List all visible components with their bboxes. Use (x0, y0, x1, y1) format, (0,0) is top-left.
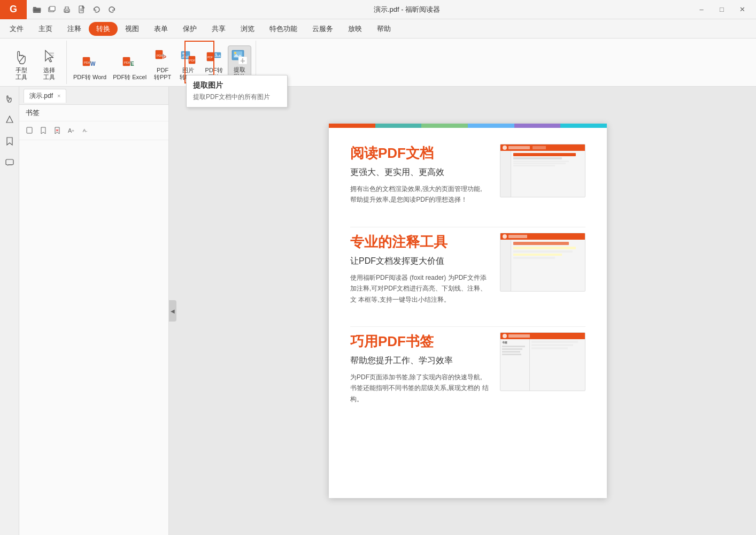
redo-btn[interactable] (106, 4, 118, 16)
svg-marker-37 (6, 116, 13, 123)
new-doc-btn[interactable] (76, 4, 88, 16)
menu-form[interactable]: 表单 (146, 21, 175, 37)
bookmark-remove-btn[interactable] (51, 125, 63, 136)
menu-annotate[interactable]: 注释 (60, 21, 89, 37)
menu-help[interactable]: 帮助 (369, 21, 398, 37)
section-bookmark-body: 为PDF页面添加书签,除了实现内容的快速导航, 书签还能指明不同书签的层级关系,… (350, 372, 489, 404)
menu-cloud[interactable]: 云服务 (305, 21, 341, 37)
section-annotate-subtitle: 让PDF文档发挥更大价值 (350, 256, 489, 267)
pdf-section-annotate: 专业的注释工具 让PDF文档发挥更大价值 使用福昕PDF阅读器 (foxit r… (350, 233, 585, 305)
sidebar-bookmark-icon[interactable] (2, 134, 17, 149)
sidebar-annotation-icon[interactable] (2, 112, 17, 127)
extract-image-icon (231, 48, 248, 65)
open-folder-btn[interactable] (31, 4, 43, 16)
print-btn[interactable] (61, 4, 73, 16)
app-logo: G (0, 0, 27, 19)
menu-special[interactable]: 特色功能 (262, 21, 305, 37)
svg-rect-38 (6, 159, 13, 165)
bookmark-empty-btn[interactable] (24, 125, 35, 136)
bookmarks-label: 书签 (26, 109, 40, 117)
ribbon-group-tools: 手型工具 选择工具 (4, 41, 67, 84)
window-controls: – □ ✕ (692, 2, 756, 17)
menu-browse[interactable]: 浏览 (233, 21, 262, 37)
color-bar-3 (421, 124, 468, 128)
bookmark-add-btn[interactable] (37, 125, 49, 136)
mini-screenshot-2 (500, 233, 585, 292)
close-btn[interactable]: ✕ (732, 2, 752, 17)
svg-rect-4 (65, 11, 68, 12)
menu-bar: 文件 主页 注释 转换 视图 表单 保护 共享 浏览 特色功能 云服务 放映 帮… (0, 19, 756, 39)
pdf-section-bookmark: 巧用PDF书签 帮助您提升工作、学习效率 为PDF页面添加书签,除了实现内容的快… (350, 332, 585, 404)
svg-rect-39 (27, 127, 32, 133)
img-to-pdf-icon: PDF (180, 49, 197, 66)
title-bar-tools (27, 4, 122, 16)
collapse-handle[interactable]: ◀ (169, 300, 176, 322)
undo-btn[interactable] (91, 4, 103, 16)
panel-section-bookmarks: 书签 (19, 105, 168, 121)
menu-home[interactable]: 主页 (31, 21, 60, 37)
mini-screenshot-3: 书签 (500, 332, 585, 391)
mini-screenshot-1 (500, 144, 585, 197)
svg-text:PDF: PDF (124, 61, 130, 64)
tooltip-popup: 提取图片 提取PDF文档中的所有图片 (186, 75, 288, 108)
pdf-to-excel-btn[interactable]: PDF E PDF转 Excel (111, 54, 149, 84)
file-tab-bar: 演示.pdf × (19, 87, 168, 105)
svg-text:PDF: PDF (207, 56, 213, 59)
svg-text:PDF: PDF (84, 61, 90, 64)
svg-rect-8 (49, 52, 54, 55)
window-title: 演示.pdf - 福昕阅读器 (122, 5, 692, 14)
pdf-ppt-icon: PDF P (154, 49, 171, 66)
pdf-to-excel-label: PDF转 Excel (113, 74, 146, 81)
minimize-btn[interactable]: – (692, 2, 711, 17)
pdf-excel-icon: PDF E (121, 56, 138, 73)
pdf-to-ppt-btn[interactable]: PDF P PDF转PPT (151, 47, 174, 84)
menu-convert[interactable]: 转换 (89, 22, 118, 36)
section-annotate-title: 专业的注释工具 (350, 233, 489, 251)
ribbon: 手型工具 选择工具 PDF W PDF转 Word (0, 39, 756, 87)
color-bar-2 (375, 124, 422, 128)
new-window-btn[interactable] (46, 4, 58, 16)
svg-rect-2 (50, 6, 55, 11)
menu-share[interactable]: 共享 (204, 21, 233, 37)
pdf-section-read: 阅读PDF文档 更强大、更实用、更高效 拥有出色的文档渲染效果,强大的页面管理功… (350, 144, 585, 205)
tooltip-title: 提取图片 (193, 81, 281, 90)
color-bar-4 (468, 124, 514, 128)
pdf-to-word-label: PDF转 Word (73, 74, 106, 81)
hand-tool-btn[interactable]: 手型工具 (9, 44, 34, 84)
svg-text:PDF: PDF (157, 54, 163, 57)
svg-text:PDF: PDF (189, 59, 196, 62)
section-read-subtitle: 更强大、更实用、更高效 (350, 167, 489, 178)
sidebar-comment-icon[interactable] (2, 155, 17, 170)
section-bookmark-subtitle: 帮助您提升工作、学习效率 (350, 355, 489, 366)
maximize-btn[interactable]: □ (712, 2, 731, 17)
content-area: ◀ 阅读PDF文档 更强大、更实用、更高效 拥有出色的文档渲染效果,强大的页面管 (169, 87, 756, 535)
file-tab[interactable]: 演示.pdf × (24, 89, 66, 103)
menu-file[interactable]: 文件 (2, 21, 31, 37)
file-panel: 演示.pdf × 书签 A+ A- (19, 87, 169, 535)
select-tool-btn[interactable]: 选择工具 (36, 44, 62, 84)
font-increase-btn[interactable]: A+ (65, 125, 77, 136)
pdf-to-img-icon: PDF (205, 49, 222, 66)
file-tab-name: 演示.pdf (29, 91, 53, 101)
section-read-body: 拥有出色的文档渲染效果,强大的页面管理功能, 帮助提升效率,是您阅读PDF的理想… (350, 184, 489, 205)
menu-view[interactable]: 视图 (118, 21, 146, 37)
pdf-to-word-btn[interactable]: PDF W PDF转 Word (71, 54, 109, 84)
menu-protect[interactable]: 保护 (175, 21, 204, 37)
menu-present[interactable]: 放映 (341, 21, 369, 37)
svg-rect-9 (49, 55, 54, 56)
sidebar-hand-icon[interactable] (2, 91, 17, 106)
pdf-word-icon: PDF W (81, 56, 98, 73)
panel-toolbar: A+ A- (19, 121, 168, 140)
pdf-preview-content: 阅读PDF文档 更强大、更实用、更高效 拥有出色的文档渲染效果,强大的页面管理功… (329, 128, 607, 442)
main-layout: 演示.pdf × 书签 A+ A- ◀ (0, 87, 756, 535)
section-read-title: 阅读PDF文档 (350, 144, 489, 163)
file-tab-close[interactable]: × (57, 93, 60, 99)
color-bar-6 (560, 124, 607, 128)
pdf-color-bar (329, 124, 607, 128)
font-decrease-btn[interactable]: A- (79, 125, 91, 136)
section-annotate-body: 使用福昕PDF阅读器 (foxit reader) 为PDF文件添 加注释,可对… (350, 272, 489, 305)
color-bar-1 (329, 124, 375, 128)
section-bookmark-title: 巧用PDF书签 (350, 332, 489, 351)
select-icon (40, 47, 59, 66)
svg-point-31 (234, 52, 236, 54)
